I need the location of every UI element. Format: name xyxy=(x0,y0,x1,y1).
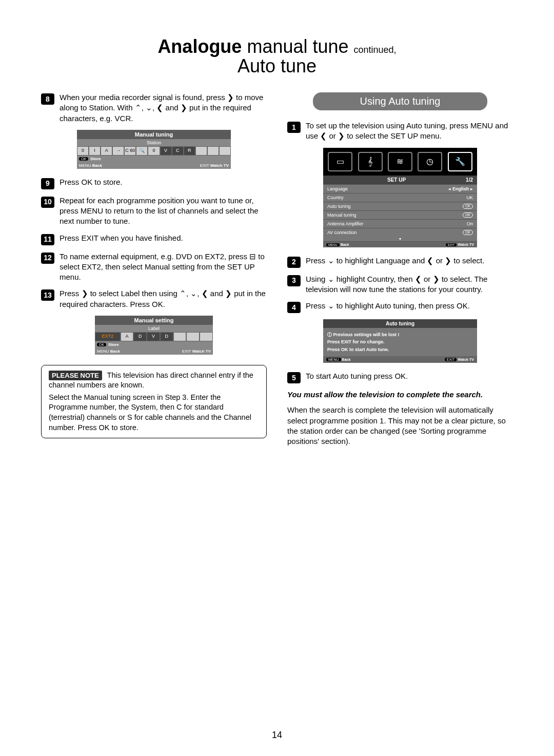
osd-footer: OK Store xyxy=(77,156,231,162)
osd-cell: 🔍 xyxy=(136,146,148,156)
setup-row: Language ◂ English ▸ xyxy=(323,184,477,193)
right-column: Using Auto tuning 1 To set up the televi… xyxy=(287,92,513,447)
osd-cell: D xyxy=(160,332,173,341)
osd-row: 0 I A → C 60 🔍 0 V C R xyxy=(77,146,231,156)
step-13: 13 Press ❯ to select Label then using ⌃,… xyxy=(41,288,267,309)
row-val: English xyxy=(452,186,469,191)
setup-row: Country UK xyxy=(323,193,477,202)
osd-cell: → xyxy=(112,146,124,156)
step-text: Press EXIT when you have finished. xyxy=(60,233,267,243)
warning-line: Press OK to start Auto tune. xyxy=(327,347,389,352)
step-4: 4 Press ⌄ to highlight Auto tuning, then… xyxy=(287,301,513,313)
osd-footer2: MENU Back EXIT Watch TV xyxy=(95,348,213,355)
step-text: Press ⌄ to highlight Auto tuning, then p… xyxy=(306,301,513,311)
timer-icon: ◷ xyxy=(418,152,442,171)
row-val: On xyxy=(467,221,473,226)
step-num: 8 xyxy=(41,93,54,105)
row-key: Manual tuning xyxy=(327,212,357,218)
setup-footer: MENU Back EXIT Watch TV xyxy=(323,241,477,247)
osd-cell: R xyxy=(184,146,195,156)
osd-manual-setting: Manual setting Label EXT2 A D V D OK Sto… xyxy=(95,316,213,355)
step-num: 12 xyxy=(41,253,54,264)
step-8: 8 When your media recorder signal is fou… xyxy=(41,92,267,124)
osd-footer: OK Store xyxy=(95,341,213,348)
setup-titlebar: SET UP 1/2 xyxy=(323,176,477,184)
closing-paragraph: When the search is complete the televisi… xyxy=(287,405,513,447)
row-key: Auto tuning xyxy=(327,204,351,209)
setup-row: Auto tuning OK xyxy=(323,202,477,210)
step-num: 3 xyxy=(287,275,301,286)
step-text: Using ⌄ highlight Country, then ❮ or ❯ t… xyxy=(306,274,513,295)
please-note-box: PLEASE NOTE This television has direct c… xyxy=(41,365,267,438)
osd-cell xyxy=(219,146,231,156)
ok-pill: OK xyxy=(463,212,473,218)
exit-pill: EXIT xyxy=(446,243,457,246)
label: Watch TV xyxy=(210,163,229,168)
osd-cell: C 60 xyxy=(124,146,136,156)
label: Back xyxy=(342,358,351,361)
menu-pill: MENU xyxy=(97,349,109,354)
osd-auto-tuning: Auto tuning ⓘ Previous settings will be … xyxy=(323,319,477,363)
step-text: Press ⌄ to highlight Language and ❮ or ❯… xyxy=(306,256,513,266)
row-key: Antenna Amplifier xyxy=(327,221,364,226)
osd-cell: 0 xyxy=(148,146,160,156)
setup-row: Antenna Amplifier On xyxy=(323,219,477,228)
step-text: To start Auto tuning press OK. xyxy=(306,371,513,381)
osd-cell: 0 xyxy=(77,146,89,156)
note-line2: Select the Manual tuning screen in Step … xyxy=(49,393,259,433)
step-text: Press ❯ to select Label then using ⌃, ⌄,… xyxy=(60,288,267,309)
step-text: Press OK to store. xyxy=(60,177,267,187)
osd-ext-label: EXT2 xyxy=(95,332,121,341)
step-text: Repeat for each programme position you w… xyxy=(60,196,267,227)
emphasis-note: You must allow the television to complet… xyxy=(287,390,513,400)
label: Watch TV xyxy=(458,358,474,361)
step-num: 13 xyxy=(41,289,54,301)
left-column: 8 When your media recorder signal is fou… xyxy=(41,92,267,447)
label: Back xyxy=(92,163,102,168)
step-text: When your media recorder signal is found… xyxy=(60,92,267,124)
step-12: 12 To name external equipment, e.g. DVD … xyxy=(41,251,267,283)
page-number: 14 xyxy=(0,730,554,741)
picture-icon: ▭ xyxy=(328,152,352,171)
osd-setup: ▭ 𝄞 ≋ ◷ 🔧 SET UP 1/2 Language ◂ English … xyxy=(323,148,477,247)
osd-cell xyxy=(195,146,207,156)
label: Store xyxy=(90,157,101,161)
ok-pill: OK xyxy=(463,204,473,209)
osd-title: Manual tuning xyxy=(77,130,231,139)
menu-pill: MENU xyxy=(326,358,341,361)
step-num: 4 xyxy=(287,302,301,313)
osd-title: Auto tuning xyxy=(323,319,477,328)
osd-cell: V xyxy=(160,146,172,156)
menu-pill: MENU xyxy=(326,243,340,246)
step-1: 1 To set up the television using Auto tu… xyxy=(287,121,513,142)
step-text: To set up the television using Auto tuni… xyxy=(306,121,513,142)
page-title: Analogue manual tune continued, Auto tun… xyxy=(41,36,513,77)
osd-cell xyxy=(186,332,200,341)
warning-line: ⓘ Previous settings will be lost ! xyxy=(327,332,400,337)
note-badge: PLEASE NOTE xyxy=(49,371,102,380)
setup-page: 1/2 xyxy=(466,177,473,183)
step-num: 10 xyxy=(41,197,54,208)
step-num: 5 xyxy=(287,372,301,383)
ok-pill: OK xyxy=(463,230,473,235)
label: Watch TV xyxy=(192,349,211,354)
exit-pill: EXIT xyxy=(445,358,457,361)
osd-sub: Label xyxy=(95,325,213,332)
osd-footer: MENU Back EXIT Watch TV xyxy=(323,356,477,363)
title-continued: continued, xyxy=(354,45,397,55)
step-num: 11 xyxy=(41,234,54,245)
title-rest: manual tune xyxy=(242,36,353,57)
row-key: Language xyxy=(327,186,348,191)
ok-pill: OK xyxy=(79,157,88,161)
step-3: 3 Using ⌄ highlight Country, then ❮ or ❯… xyxy=(287,274,513,295)
osd-body: ⓘ Previous settings will be lost ! Press… xyxy=(323,328,477,356)
setup-row: AV connection OK xyxy=(323,228,477,237)
step-num: 2 xyxy=(287,257,301,268)
label: Back xyxy=(341,243,349,246)
down-arrow-icon: ▾ xyxy=(323,237,477,241)
step-10: 10 Repeat for each programme position yo… xyxy=(41,196,267,227)
osd-sub: Station xyxy=(77,139,231,146)
section-header: Using Auto tuning xyxy=(313,92,487,110)
exit-pill: EXIT xyxy=(182,349,191,354)
step-text: To name external equipment, e.g. DVD on … xyxy=(60,251,267,283)
